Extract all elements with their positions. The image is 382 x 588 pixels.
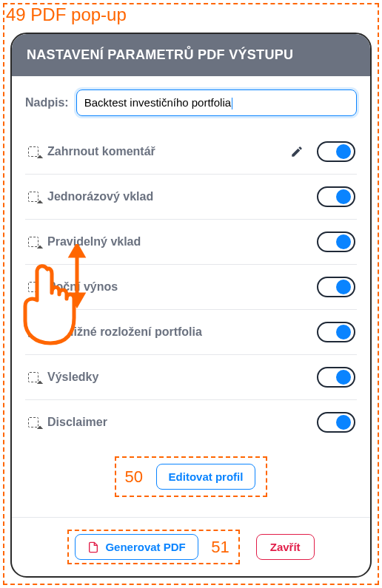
annotation-frame-50: 50 Editovat profil [115,456,268,497]
toggle-knob [336,415,351,430]
option-row-annual_ret[interactable]: Roční výnos [25,265,357,310]
drag-handle-icon[interactable] [27,235,40,249]
generate-pdf-button[interactable]: Generovat PDF [75,534,198,560]
toggle-annual_ret[interactable] [317,277,355,297]
edit-profile-button[interactable]: Editovat profil [156,464,256,490]
toggle-knob [336,280,351,294]
toggle-knob [336,370,351,385]
title-input[interactable]: Backtest investičního portfolia [76,89,357,116]
modal-title: NASTAVENÍ PARAMETRŮ PDF VÝSTUPU [12,34,370,76]
toggle-knob [336,234,351,249]
option-label: Výsledky [47,371,309,384]
toggle-knob [336,189,351,204]
drag-handle-icon[interactable] [27,325,40,339]
option-row-recurring[interactable]: Pravidelný vklad [25,220,357,265]
pdf-file-icon [87,541,99,553]
toggle-comment[interactable] [317,141,355,162]
toggle-recurring[interactable] [317,232,355,252]
title-row: Nadpis: Backtest investičního portfolia [25,89,357,116]
option-label: Disclaimer [47,416,309,429]
annotation-label-51: 51 [211,538,229,557]
option-row-disclaimer[interactable]: Disclaimer [25,400,357,445]
annotation-label-50: 50 [125,467,143,487]
drag-handle-icon[interactable] [27,280,40,294]
title-label: Nadpis: [25,96,69,109]
toggle-allocation[interactable] [317,322,355,342]
option-label: Roční výnos [47,280,309,294]
annotation-frame-51: Generovat PDF 51 [67,530,239,564]
edit-profile-label: Editovat profil [169,470,244,483]
option-row-results[interactable]: Výsledky [25,355,357,400]
title-text: Backtest investičního portfolia [84,96,231,109]
drag-handle-icon[interactable] [27,190,40,203]
pencil-icon[interactable] [290,145,304,158]
modal-body: Nadpis: Backtest investičního portfolia … [12,76,370,517]
modal-footer: Generovat PDF 51 Zavřít [12,517,370,576]
drag-handle-icon[interactable] [27,145,40,158]
text-caret [232,98,232,109]
option-label: Jednorázový vklad [47,190,309,203]
toggle-results[interactable] [317,367,355,388]
toggle-knob [336,144,351,159]
option-label: Přibližné rozložení portfolia [47,325,309,339]
toggle-knob [336,325,351,339]
drag-handle-icon[interactable] [27,371,40,384]
toggle-lump_sum[interactable] [317,186,355,207]
generate-pdf-label: Generovat PDF [105,541,185,553]
option-row-lump_sum[interactable]: Jednorázový vklad [25,175,357,220]
option-label: Zahrnout komentář [47,145,283,158]
options-list: Zahrnout komentářJednorázový vkladPravid… [25,129,357,445]
option-row-comment[interactable]: Zahrnout komentář [25,129,357,175]
close-label: Zavřít [270,541,301,553]
pdf-settings-modal: NASTAVENÍ PARAMETRŮ PDF VÝSTUPU Nadpis: … [10,33,372,578]
annotation-label-49: 49 PDF pop-up [6,4,127,25]
drag-handle-icon[interactable] [27,416,40,429]
option-row-allocation[interactable]: Přibližné rozložení portfolia [25,310,357,355]
close-button[interactable]: Zavřít [256,534,315,560]
option-label: Pravidelný vklad [47,235,309,249]
toggle-disclaimer[interactable] [317,412,355,433]
